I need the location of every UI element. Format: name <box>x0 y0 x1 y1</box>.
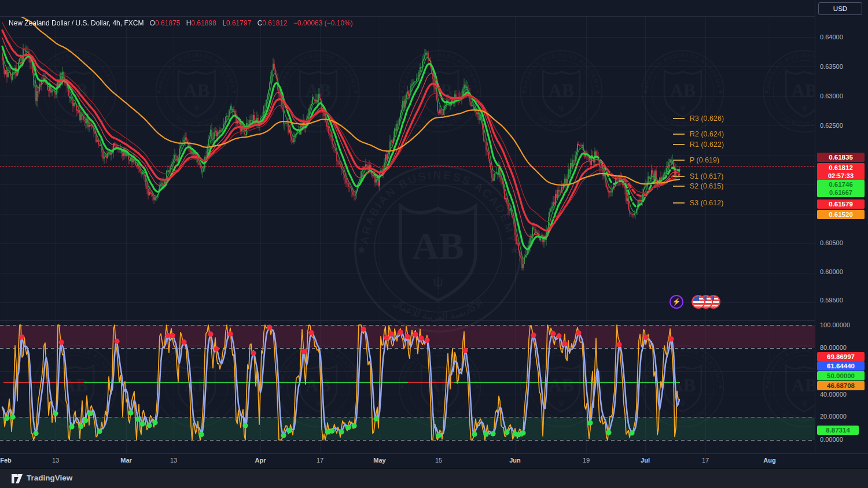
symbol-header: New Zealand Dollar / U.S. Dollar, 4h, FX… <box>9 19 353 27</box>
pivot-dash-icon <box>673 160 685 161</box>
price-tick-label: 0.63500 <box>820 63 843 70</box>
time-axis[interactable]: Feb13Mar13Apr17May15Jun19Jul17Aug <box>0 453 868 469</box>
symbol-title[interactable]: New Zealand Dollar / U.S. Dollar, 4h, FX… <box>9 19 144 27</box>
pivot-label: S1 (0.617) <box>690 172 723 180</box>
flag-canton <box>693 296 699 301</box>
pivot-dash-icon <box>673 202 685 204</box>
pivot-label: S2 (0.615) <box>690 182 723 190</box>
price-tick-label: 0.64000 <box>820 34 843 40</box>
osc-axis-badge: 61.64440 <box>817 361 865 371</box>
pivot-dash-icon <box>673 118 685 119</box>
time-tick-label: Mar <box>120 457 132 464</box>
price-axis-badge: 0.617460.61667 <box>817 180 865 197</box>
low-label: L <box>222 19 226 27</box>
us-flag-event-icon[interactable] <box>692 295 705 309</box>
pivot-label: P (0.619) <box>690 156 719 164</box>
price-axis[interactable]: USD 0.640000.635000.630000.625000.605000… <box>815 0 868 453</box>
price-axis-badge: 0.61579 <box>817 199 865 209</box>
pivot-dash-icon <box>673 144 685 145</box>
low-value: 0.61797 <box>226 19 251 27</box>
osc-axis-badge: 50.00000 <box>817 371 865 380</box>
pivot-dash-icon <box>673 186 685 187</box>
footer-bar: TradingView <box>0 468 868 488</box>
osc-tick-label: 20.00000 <box>820 413 847 420</box>
osc-tick-label: 100.00000 <box>820 321 850 328</box>
osc-tick-label: 40.00000 <box>820 391 847 398</box>
time-tick-label: Apr <box>255 457 266 464</box>
high-value: 0.61898 <box>192 19 216 27</box>
lightning-event-icon[interactable]: ⚡ <box>670 295 683 309</box>
pivot-label: R3 (0.626) <box>690 114 724 123</box>
osc-axis-badge: 8.87314 <box>817 426 859 435</box>
open-value: 0.61875 <box>155 19 180 27</box>
pivot-label: S3 (0.612) <box>690 199 723 207</box>
price-tick-label: 0.60500 <box>820 239 843 246</box>
time-tick-label: 15 <box>435 457 442 464</box>
price-tick-label: 0.60000 <box>820 268 843 275</box>
time-tick-label: May <box>373 457 385 464</box>
pivot-dash-icon <box>673 134 685 135</box>
price-chart-canvas[interactable] <box>0 0 815 453</box>
tradingview-chart-widget: ABψ★★ARABIAN BUSINESS ACADEMYالأكاديمية … <box>0 0 868 488</box>
high-label: H <box>186 19 192 27</box>
price-tick-label: 0.63000 <box>820 93 843 99</box>
time-tick-label: Jul <box>641 457 650 464</box>
price-tick-label: 0.59500 <box>820 297 843 304</box>
currency-button[interactable]: USD <box>818 2 862 15</box>
time-tick-label: Jun <box>509 457 521 464</box>
time-tick-label: 17 <box>317 457 323 464</box>
price-axis-badge: 0.61835 <box>817 153 865 162</box>
pivot-dash-icon <box>673 176 685 177</box>
change-value: −0.00063 (−0.10%) <box>293 19 353 27</box>
osc-tick-label: 80.00000 <box>820 344 847 351</box>
pivot-label: R1 (0.622) <box>690 141 724 149</box>
tradingview-brand[interactable]: TradingView <box>27 474 72 482</box>
time-tick-label: 19 <box>583 457 590 464</box>
open-label: O <box>150 19 155 27</box>
osc-axis-badge: 69.86997 <box>817 352 865 361</box>
pivot-label: R2 (0.624) <box>690 130 724 138</box>
close-value: 0.61812 <box>262 19 287 27</box>
osc-axis-badge: 46.68708 <box>817 381 865 390</box>
time-tick-label: Feb <box>0 457 12 464</box>
tradingview-logo-icon[interactable] <box>12 474 24 483</box>
time-tick-label: 13 <box>170 457 177 464</box>
time-tick-label: 17 <box>702 457 709 464</box>
price-tick-label: 0.62500 <box>820 122 843 129</box>
osc-tick-label: 0.00000 <box>820 436 843 443</box>
time-tick-label: Aug <box>763 457 775 464</box>
price-axis-badge: 0.61520 <box>817 210 865 219</box>
time-tick-label: 13 <box>52 457 59 464</box>
price-axis-badge: 0.6181202:57:33 <box>817 163 865 180</box>
